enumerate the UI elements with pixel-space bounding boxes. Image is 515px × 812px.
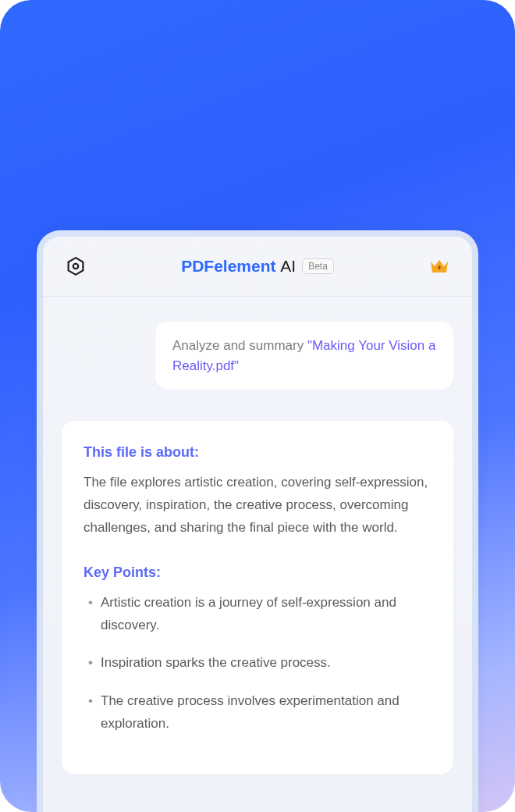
user-message-text: Analyze and summary "Making Your Vision … bbox=[172, 336, 436, 376]
user-message-bubble: Analyze and summary "Making Your Vision … bbox=[155, 322, 453, 390]
list-item: The creative process involves experiment… bbox=[83, 690, 432, 735]
keypoints-heading: Key Points: bbox=[83, 564, 432, 581]
ai-response-bubble: This file is about: The file explores ar… bbox=[62, 421, 453, 775]
app-title: PDFelement AI bbox=[181, 257, 296, 276]
app-title-section: PDFelement AI Beta bbox=[181, 257, 334, 276]
app-header: PDFelement AI Beta bbox=[43, 237, 472, 297]
crown-icon[interactable] bbox=[428, 257, 450, 276]
settings-icon[interactable] bbox=[65, 255, 87, 277]
app-inner: PDFelement AI Beta An bbox=[43, 237, 472, 812]
beta-badge: Beta bbox=[302, 258, 334, 274]
app-window: PDFelement AI Beta An bbox=[37, 230, 478, 812]
keypoints-list: Artistic creation is a journey of self-e… bbox=[83, 592, 432, 735]
about-heading: This file is about: bbox=[83, 444, 432, 461]
list-item: Inspiration sparks the creative process. bbox=[83, 652, 432, 675]
chat-content: Analyze and summary "Making Your Vision … bbox=[43, 297, 472, 812]
svg-point-0 bbox=[73, 264, 79, 269]
title-ai: AI bbox=[280, 257, 296, 275]
title-main: PDFelement bbox=[181, 257, 275, 275]
app-background: PDFelement AI Beta An bbox=[0, 0, 515, 812]
user-message-prefix: Analyze and summary bbox=[172, 338, 307, 353]
list-item: Artistic creation is a journey of self-e… bbox=[83, 592, 432, 637]
about-text: The file explores artistic creation, cov… bbox=[83, 472, 432, 540]
